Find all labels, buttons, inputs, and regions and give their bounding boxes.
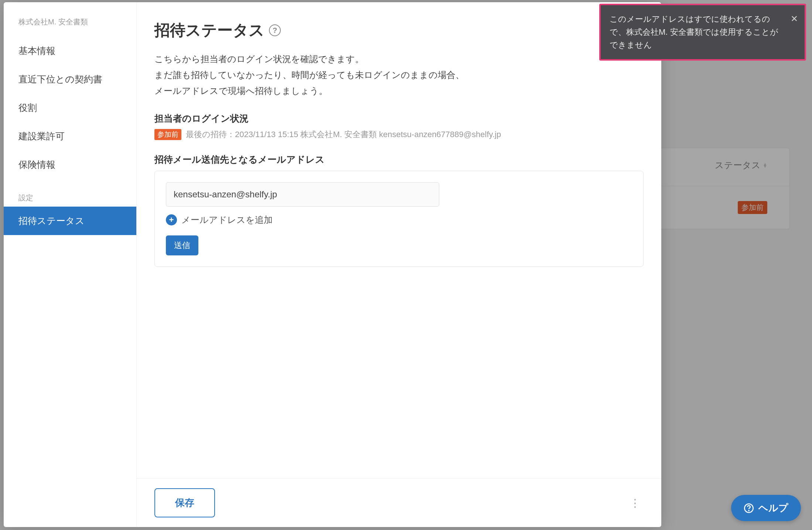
status-line: 参加前 最後の招待：2023/11/13 15:15 株式会社M. 安全書類 k… (154, 129, 644, 140)
sidebar-item-label: 招待ステータス (18, 215, 85, 226)
plus-icon: + (166, 214, 177, 225)
help-fab-label: ヘルプ (758, 502, 788, 514)
sidebar-item-contract[interactable]: 直近下位との契約書 (4, 65, 136, 94)
sidebar-section-settings: 設定 (4, 179, 136, 207)
sidebar-item-label: 基本情報 (18, 45, 55, 56)
modal-footer: 保存 ⋮ (137, 478, 661, 527)
status-badge: 参加前 (154, 129, 181, 140)
email-heading: 招待メール送信先となるメールアドレス (154, 153, 644, 166)
login-status-heading: 担当者のログイン状況 (154, 112, 644, 125)
sidebar-item-basic-info[interactable]: 基本情報 (4, 37, 136, 65)
help-fab[interactable]: ヘルプ (731, 495, 801, 521)
add-email-label: メールアドレスを追加 (181, 214, 273, 226)
sidebar-item-label: 建設業許可 (18, 131, 65, 141)
sidebar-item-construction-permit[interactable]: 建設業許可 (4, 122, 136, 150)
save-button[interactable]: 保存 (154, 488, 215, 517)
description: こちらから担当者のログイン状況を確認できます。 まだ誰も招待していなかったり、時… (154, 51, 644, 99)
sidebar: 株式会社M. 安全書類 基本情報 直近下位との契約書 役割 建設業許可 保険情報… (4, 2, 137, 527)
sidebar-item-label: 保険情報 (18, 159, 55, 170)
sidebar-item-role[interactable]: 役割 (4, 94, 136, 122)
main-content: 招待ステータス ? こちらから担当者のログイン状況を確認できます。 まだ誰も招待… (137, 2, 661, 527)
email-panel: + メールアドレスを追加 送信 (154, 171, 644, 267)
sidebar-item-label: 直近下位との契約書 (18, 74, 102, 84)
send-button[interactable]: 送信 (166, 235, 198, 255)
error-toast: このメールアドレスはすでに使われてるので、株式会社M. 安全書類では使用すること… (599, 4, 806, 61)
page-title: 招待ステータス ? (154, 20, 644, 41)
help-circle-icon (744, 503, 754, 513)
sidebar-item-label: 役割 (18, 102, 37, 113)
close-icon[interactable]: ✕ (791, 12, 798, 26)
sidebar-item-invite-status[interactable]: 招待ステータス (4, 207, 136, 235)
add-email-button[interactable]: + メールアドレスを追加 (166, 214, 632, 226)
help-icon[interactable]: ? (269, 24, 281, 36)
svg-point-1 (748, 510, 749, 510)
toast-message: このメールアドレスはすでに使われてるので、株式会社M. 安全書類では使用すること… (610, 14, 778, 50)
overflow-menu-icon[interactable]: ⋮ (627, 493, 644, 512)
sidebar-item-insurance[interactable]: 保険情報 (4, 150, 136, 179)
last-invite-text: 最後の招待：2023/11/13 15:15 株式会社M. 安全書類 kense… (186, 129, 501, 140)
invite-status-modal: 株式会社M. 安全書類 基本情報 直近下位との契約書 役割 建設業許可 保険情報… (4, 2, 661, 527)
email-input[interactable] (166, 182, 439, 207)
sidebar-org-name: 株式会社M. 安全書類 (4, 17, 136, 37)
